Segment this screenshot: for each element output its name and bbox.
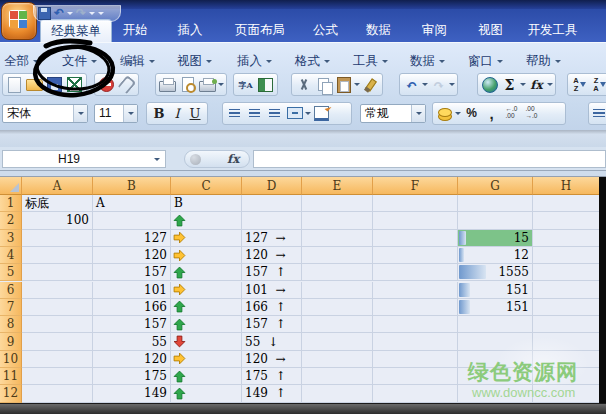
autosum-dropdown-icon[interactable] bbox=[520, 83, 526, 86]
cell-B8[interactable]: 157 bbox=[93, 316, 171, 333]
row-header-4[interactable]: 4 bbox=[0, 247, 22, 264]
cell-D8[interactable]: 157 ↑ bbox=[242, 316, 302, 333]
cell-C2[interactable] bbox=[171, 212, 242, 229]
cell-A2[interactable]: 100 bbox=[22, 212, 93, 229]
cell-E6[interactable] bbox=[302, 282, 373, 299]
align-right-button[interactable] bbox=[265, 104, 284, 123]
cell-F7[interactable] bbox=[373, 299, 458, 316]
underline-button[interactable]: U bbox=[190, 106, 201, 121]
menu-item-1[interactable]: 全部 bbox=[4, 53, 39, 69]
row-header-6[interactable]: 6 bbox=[0, 282, 22, 299]
cell-F11[interactable] bbox=[373, 368, 458, 385]
cell-D9[interactable]: 55 ↓ bbox=[242, 333, 302, 350]
row-header-10[interactable]: 10 bbox=[0, 351, 22, 368]
cell-F9[interactable] bbox=[373, 333, 458, 350]
cell-A5[interactable] bbox=[22, 264, 93, 281]
cell-E11[interactable] bbox=[302, 368, 373, 385]
ribbon-tab-7[interactable]: 审阅 bbox=[410, 19, 459, 42]
cut-button[interactable] bbox=[294, 75, 313, 94]
menu-item-6[interactable]: 格式 bbox=[295, 53, 330, 69]
ribbon-tab-2[interactable]: 开始 bbox=[113, 19, 157, 42]
ribbon-tab-9[interactable]: 开发工具 bbox=[516, 19, 589, 42]
cell-E1[interactable] bbox=[302, 195, 373, 212]
cell-E7[interactable] bbox=[302, 299, 373, 316]
cell-F2[interactable] bbox=[373, 212, 458, 229]
permission-button[interactable] bbox=[97, 75, 116, 94]
number-format-combo[interactable]: 常规 bbox=[360, 104, 426, 123]
column-header-E[interactable]: E bbox=[302, 177, 373, 195]
save-button[interactable] bbox=[45, 75, 64, 94]
percent-button[interactable]: % bbox=[462, 104, 481, 123]
save-icon[interactable] bbox=[38, 7, 51, 20]
cell-D6[interactable]: 101 → bbox=[242, 282, 302, 299]
cell-C9[interactable] bbox=[171, 333, 242, 350]
number-format-dropdown-icon[interactable] bbox=[411, 105, 425, 122]
cell-G12[interactable] bbox=[458, 385, 533, 402]
cell-D1[interactable] bbox=[242, 195, 302, 212]
cell-F10[interactable] bbox=[373, 351, 458, 368]
cell-H10[interactable] bbox=[533, 351, 600, 368]
column-header-C[interactable]: C bbox=[171, 177, 242, 195]
column-header-A[interactable]: A bbox=[22, 177, 93, 195]
column-header-H[interactable]: H bbox=[533, 177, 600, 195]
cell-B12[interactable]: 149 bbox=[93, 385, 171, 402]
increase-decimal-button[interactable]: ←.0 .00 bbox=[502, 104, 521, 123]
cell-E8[interactable] bbox=[302, 316, 373, 333]
cell-F12[interactable] bbox=[373, 385, 458, 402]
bold-button[interactable]: B bbox=[153, 106, 164, 121]
undo-icon[interactable]: ↶ bbox=[54, 8, 64, 19]
cell-B2[interactable] bbox=[93, 212, 171, 229]
cell-H3[interactable] bbox=[533, 230, 600, 247]
column-header-F[interactable]: F bbox=[373, 177, 458, 195]
border-format-button[interactable] bbox=[312, 104, 331, 123]
sort-descending-button[interactable]: Z A bbox=[590, 75, 606, 94]
font-size-dropdown-icon[interactable] bbox=[123, 105, 137, 122]
cell-B1[interactable]: A bbox=[93, 195, 171, 212]
redo-dropdown-icon[interactable] bbox=[449, 83, 455, 86]
cell-A3[interactable] bbox=[22, 230, 93, 247]
cell-C3[interactable] bbox=[171, 230, 242, 247]
cell-D3[interactable]: 127 → bbox=[242, 230, 302, 247]
format-painter-button[interactable] bbox=[361, 75, 380, 94]
cell-F4[interactable] bbox=[373, 247, 458, 264]
cell-D4[interactable]: 120 → bbox=[242, 247, 302, 264]
cell-E4[interactable] bbox=[302, 247, 373, 264]
cell-B4[interactable]: 120 bbox=[93, 247, 171, 264]
new-document-button[interactable] bbox=[5, 75, 24, 94]
cell-H5[interactable] bbox=[533, 264, 600, 281]
cell-D2[interactable] bbox=[242, 212, 302, 229]
cell-D11[interactable]: 175 ↑ bbox=[242, 368, 302, 385]
cell-E9[interactable] bbox=[302, 333, 373, 350]
cell-E10[interactable] bbox=[302, 351, 373, 368]
menu-item-2[interactable]: 文件 bbox=[62, 53, 97, 69]
cell-H12[interactable] bbox=[533, 385, 600, 402]
ribbon-tab-1[interactable]: 经典菜单 bbox=[40, 19, 112, 43]
cell-G1[interactable] bbox=[458, 195, 533, 212]
sort-ascending-button[interactable]: A Z bbox=[570, 75, 589, 94]
cell-G11[interactable] bbox=[458, 368, 533, 385]
cell-H2[interactable] bbox=[533, 212, 600, 229]
cell-F3[interactable] bbox=[373, 230, 458, 247]
cell-E2[interactable] bbox=[302, 212, 373, 229]
copy-button[interactable] bbox=[314, 75, 333, 94]
cell-C5[interactable] bbox=[171, 264, 242, 281]
ribbon-tab-8[interactable]: 视图 bbox=[466, 19, 515, 42]
align-left-button[interactable] bbox=[225, 104, 244, 123]
open-folder-button[interactable] bbox=[25, 75, 44, 94]
cell-G5[interactable]: 1555 bbox=[458, 264, 533, 281]
cell-F6[interactable] bbox=[373, 282, 458, 299]
currency-button[interactable] bbox=[435, 104, 454, 123]
cell-A8[interactable] bbox=[22, 316, 93, 333]
cell-A7[interactable] bbox=[22, 299, 93, 316]
italic-button[interactable]: I bbox=[174, 106, 179, 121]
cell-B10[interactable]: 120 bbox=[93, 351, 171, 368]
cell-A12[interactable] bbox=[22, 385, 93, 402]
name-box-dropdown-icon[interactable] bbox=[154, 158, 160, 161]
undo-button[interactable]: ↶ bbox=[402, 75, 421, 94]
print-preview-button[interactable] bbox=[178, 75, 197, 94]
attach-button[interactable] bbox=[117, 75, 136, 94]
row-header-7[interactable]: 7 bbox=[0, 299, 22, 316]
menu-item-4[interactable]: 视图 bbox=[177, 53, 212, 69]
font-name-combo[interactable]: 宋体 bbox=[2, 104, 88, 123]
cell-B5[interactable]: 157 bbox=[93, 264, 171, 281]
